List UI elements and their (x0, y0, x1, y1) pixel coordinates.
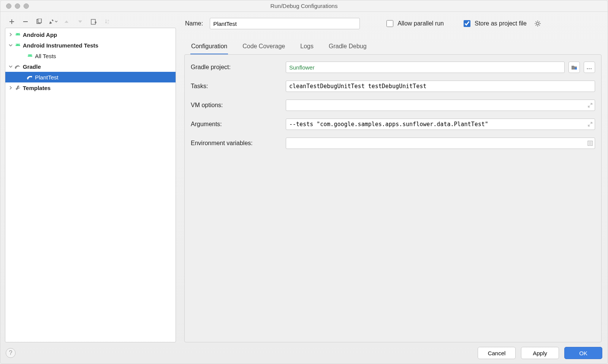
env-vars-input[interactable] (286, 138, 595, 149)
gradle-project-input[interactable] (286, 62, 565, 73)
help-button[interactable]: ? (6, 348, 16, 358)
svg-rect-14 (575, 68, 577, 70)
android-icon (14, 32, 22, 38)
svg-point-12 (31, 76, 32, 77)
tree-label: PlantTest (34, 74, 59, 81)
tab-logs[interactable]: Logs (299, 41, 314, 55)
add-config-button[interactable] (6, 17, 17, 26)
tab-code-coverage[interactable]: Code Coverage (242, 41, 286, 55)
tree-label: Android Instrumented Tests (22, 42, 98, 49)
window-title: Run/Debug Configurations (0, 3, 608, 9)
svg-text:a: a (108, 19, 109, 22)
tree-label: Templates (22, 85, 51, 91)
edit-options-button[interactable] (48, 17, 58, 26)
gradle-icon (14, 64, 22, 69)
svg-rect-1 (38, 19, 41, 23)
config-tabs: ConfigurationCode CoverageLogsGradle Deb… (184, 41, 602, 55)
store-project-input[interactable] (464, 20, 470, 27)
env-list-icon[interactable] (587, 141, 593, 146)
chevron-right-icon (8, 33, 14, 36)
svg-point-8 (19, 44, 19, 45)
tree-group-templates[interactable]: Templates (5, 82, 176, 93)
copy-config-button[interactable] (34, 17, 44, 26)
tree-group-android-instrumented-tests[interactable]: Android Instrumented Tests (5, 40, 176, 51)
ok-button[interactable]: OK (564, 347, 602, 359)
minimize-window-icon[interactable] (15, 3, 20, 9)
svg-point-9 (29, 55, 30, 56)
svg-point-6 (19, 34, 19, 35)
env-vars-label: Environment variables: (191, 140, 282, 147)
tree-label: All Tests (34, 53, 56, 59)
gradle-icon (26, 74, 34, 80)
config-tree[interactable]: Android AppAndroid Instrumented TestsAll… (5, 28, 176, 342)
store-project-gear-icon[interactable] (534, 20, 542, 27)
allow-parallel-checkbox[interactable]: Allow parallel run (385, 19, 444, 28)
arguments-label: Arguments: (191, 121, 282, 128)
move-up-button[interactable] (61, 17, 72, 26)
svg-rect-2 (91, 19, 95, 24)
configuration-tab-content: Gradle project: ... Tasks: (184, 54, 602, 342)
zoom-window-icon[interactable] (24, 3, 29, 9)
store-project-checkbox[interactable]: Store as project file (462, 19, 527, 28)
store-project-label: Store as project file (475, 20, 527, 27)
config-toolbar: az (5, 16, 176, 28)
move-down-button[interactable] (75, 17, 86, 26)
tree-item-all-tests[interactable]: All Tests (5, 51, 176, 61)
tree-item-planttest[interactable]: PlantTest (5, 72, 176, 82)
registered-project-button[interactable] (568, 62, 580, 73)
cancel-button[interactable]: Cancel (478, 347, 516, 359)
remove-config-button[interactable] (20, 17, 31, 26)
browse-project-button[interactable]: ... (584, 62, 595, 73)
android-test-icon (26, 53, 34, 59)
gradle-project-label: Gradle project: (191, 64, 282, 71)
expand-vm-icon[interactable] (587, 103, 593, 108)
tab-configuration[interactable]: Configuration (190, 41, 228, 55)
tree-label: Android App (22, 32, 57, 38)
dialog-button-bar: ? Cancel Apply OK (0, 342, 608, 364)
allow-parallel-label: Allow parallel run (397, 20, 444, 27)
titlebar: Run/Debug Configurations (0, 0, 608, 12)
name-label: Name: (185, 20, 203, 27)
chevron-right-icon (8, 86, 14, 90)
save-config-button[interactable] (89, 17, 99, 26)
svg-point-10 (31, 55, 32, 56)
name-input[interactable] (210, 18, 360, 29)
expand-args-icon[interactable] (587, 122, 593, 127)
tree-group-android-app[interactable]: Android App (5, 29, 176, 40)
vm-options-label: VM options: (191, 102, 282, 109)
chevron-down-icon (8, 65, 14, 68)
arguments-input[interactable] (286, 119, 595, 130)
apply-button[interactable]: Apply (521, 347, 559, 359)
svg-point-13 (537, 22, 539, 25)
tab-gradle-debug[interactable]: Gradle Debug (328, 41, 367, 55)
window-controls (0, 3, 29, 9)
svg-point-11 (19, 65, 20, 66)
tasks-input[interactable] (286, 81, 595, 92)
tasks-label: Tasks: (191, 83, 282, 90)
svg-point-7 (17, 44, 17, 45)
wrench-icon (14, 85, 22, 91)
tree-label: Gradle (22, 63, 41, 70)
vm-options-input[interactable] (286, 100, 595, 111)
svg-text:z: z (108, 22, 109, 24)
android-test-icon (14, 42, 22, 48)
chevron-down-icon (8, 43, 14, 47)
svg-point-5 (17, 34, 17, 35)
tree-group-gradle[interactable]: Gradle (5, 61, 176, 72)
sort-button[interactable]: az (102, 17, 113, 26)
allow-parallel-input[interactable] (386, 20, 393, 27)
close-window-icon[interactable] (6, 3, 11, 9)
